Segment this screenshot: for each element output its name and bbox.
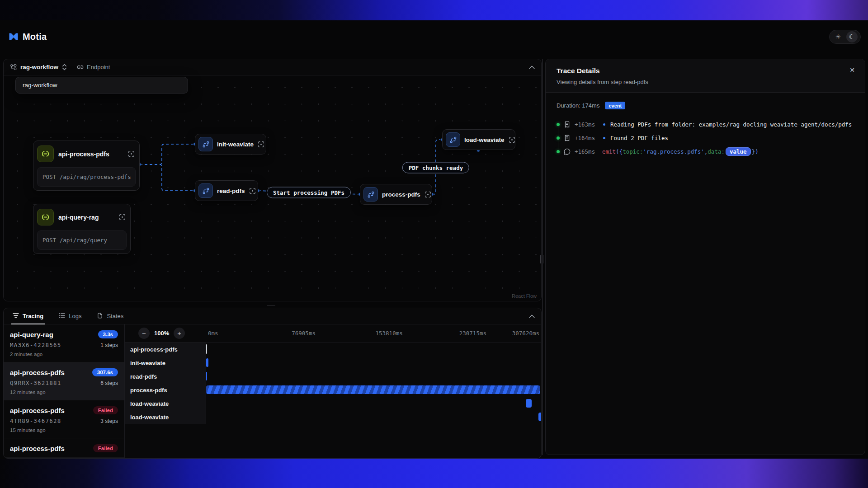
code-token: topic: [623, 148, 643, 155]
api-trigger-icon [37, 145, 54, 162]
horizontal-resize-handle[interactable] [267, 303, 275, 305]
wallpaper-glow-top [0, 0, 868, 21]
timeline-bar[interactable] [206, 372, 207, 380]
timeline-tick: 307620ms [512, 330, 539, 337]
focus-node-icon[interactable] [119, 214, 126, 221]
trace-status-badge: 3.3s [98, 330, 118, 338]
focus-node-icon[interactable] [258, 141, 264, 148]
edge-label: Start processing PDFs [267, 187, 351, 198]
collapse-canvas-button[interactable] [529, 66, 535, 69]
event-step-icon [198, 137, 213, 151]
light-mode-button[interactable]: ☀ [833, 31, 844, 42]
tab-tracing[interactable]: Tracing [13, 308, 43, 324]
flow-node-load-weaviate[interactable]: load-weaviate [442, 129, 515, 150]
chevron-up-down-icon [62, 64, 67, 70]
trace-id: Q9RRX-3621881 [10, 380, 61, 386]
timeline-row: read-pdfs [125, 370, 541, 383]
timeline-tick: 0ms [208, 330, 218, 337]
app-window: Motia ☀ ☾ rag-workflow Endpoint rag-wor [0, 20, 868, 459]
trace-log-row: +164msFound 2 PDF files [557, 131, 854, 145]
timeline-row-plot [206, 356, 541, 370]
tab-states[interactable]: States [97, 308, 123, 324]
chat-bubble-icon [564, 148, 571, 155]
timeline-row-label[interactable]: api-process-pdfs [125, 343, 206, 356]
trace-time-ago: 2 minutes ago [10, 352, 118, 357]
trace-item-header: api-process-pdfsFailed [10, 406, 118, 414]
timeline-bar[interactable] [526, 399, 532, 408]
trace-log-list: +163msReading PDFs from folder: examples… [557, 117, 854, 158]
trace-name: api-query-rag [10, 331, 53, 338]
trace-list-item[interactable]: api-process-pdfsFailed4TR89-34676283 ste… [4, 400, 124, 438]
focus-node-icon[interactable] [509, 136, 515, 143]
close-icon[interactable]: ✕ [849, 66, 855, 74]
vertical-resize-handle[interactable] [540, 255, 543, 263]
flow-node-read-pdfs[interactable]: read-pdfs [195, 180, 258, 201]
timeline-row-label[interactable]: read-pdfs [125, 370, 206, 383]
timeline-row-label[interactable]: process-pdfs [125, 383, 206, 397]
timeline-row-label[interactable]: init-weaviate [125, 356, 206, 370]
flow-node-api-process-pdfs[interactable]: api-process-pdfsPOST /api/rag/process-pd… [33, 141, 140, 191]
timeline-row-plot [206, 397, 541, 410]
chevron-up-icon [529, 314, 535, 318]
focus-node-icon[interactable] [128, 150, 135, 157]
tracing-icon [13, 313, 19, 320]
focus-node-icon[interactable] [425, 191, 431, 198]
focus-node-icon[interactable] [249, 188, 256, 194]
trace-list-item[interactable]: api-query-rag3.3sMA3X6-42285651 steps2 m… [4, 324, 124, 362]
trace-list-item[interactable]: api-process-pdfs307.6sQ9RRX-36218816 ste… [4, 362, 124, 400]
timeline: − 100% + 0ms76905ms153810ms230715ms30762… [125, 324, 541, 458]
timeline-row-label[interactable]: load-weaviate [125, 410, 206, 424]
timeline-row-label[interactable]: load-weaviate [125, 397, 206, 410]
trace-item-header: api-query-rag3.3s [10, 330, 118, 338]
edge-label: PDF chunks ready [402, 162, 469, 174]
flow-select[interactable]: rag-workflow [10, 64, 67, 70]
log-scroll-icon [564, 121, 571, 128]
timeline-row: init-weaviate [125, 356, 541, 370]
node-header: api-process-pdfs [37, 145, 136, 163]
tab-logs[interactable]: Logs [59, 308, 81, 324]
timeline-row: process-pdfs [125, 383, 541, 397]
flow-node-init-weaviate[interactable]: init-weaviate [195, 134, 266, 155]
code-token: }) [752, 148, 759, 155]
flow-node-process-pdfs[interactable]: process-pdfs [360, 184, 432, 205]
trace-details-body: Duration: 174ms event +163msReading PDFs… [546, 93, 865, 167]
collapse-bottom-button[interactable] [529, 314, 535, 318]
zoom-level: 100% [154, 330, 169, 337]
node-title: api-process-pdfs [58, 150, 123, 158]
timeline-bar[interactable] [538, 413, 542, 421]
log-time: +164ms [575, 135, 598, 141]
dark-mode-button[interactable]: ☾ [846, 31, 858, 42]
flow-dropdown-item[interactable]: rag-workflow [23, 82, 57, 89]
trace-item-meta: Q9RRX-36218816 steps [10, 376, 118, 386]
blue-dot-icon [603, 137, 605, 139]
node-title: load-weaviate [464, 136, 505, 143]
timeline-row: api-process-pdfs [125, 343, 541, 356]
timeline-bar[interactable] [206, 358, 208, 367]
flow-canvas[interactable]: rag-workflow React Flow api-process-pdfs… [4, 75, 541, 301]
timeline-bar[interactable] [206, 344, 207, 354]
brand-name: Motia [23, 32, 47, 42]
timeline-controls: − 100% + 0ms76905ms153810ms230715ms30762… [125, 324, 541, 343]
trace-status-badge: Failed [93, 406, 118, 414]
log-time: +163ms [575, 121, 598, 128]
app-header: Motia ☀ ☾ [0, 20, 868, 53]
trace-name: api-process-pdfs [10, 407, 65, 414]
theme-toggle[interactable]: ☀ ☾ [829, 30, 861, 44]
trace-item-meta: MA3X6-42285651 steps [10, 338, 118, 348]
success-dot-icon [557, 150, 560, 153]
flow-node-api-query-rag[interactable]: api-query-ragPOST /api/rag/query [33, 204, 131, 254]
trace-details-panel: Trace Details Viewing details from step … [545, 59, 865, 455]
trace-log-row: +165msemit({ topic: 'rag.process.pdfs', … [557, 145, 854, 158]
zoom-in-button[interactable]: + [174, 328, 185, 339]
bottom-tabs: TracingLogsStates [4, 308, 541, 324]
timeline-bar[interactable] [206, 385, 540, 394]
endpoint-label: Endpoint [87, 64, 110, 70]
workflow-panel: rag-workflow Endpoint rag-workflow [3, 59, 542, 301]
zoom-out-button[interactable]: − [138, 328, 150, 339]
trace-list: api-query-rag3.3sMA3X6-42285651 steps2 m… [4, 324, 125, 458]
link-icon [77, 64, 84, 70]
trace-list-item[interactable]: api-process-pdfsFailed [4, 438, 124, 458]
tab-endpoint[interactable]: Endpoint [77, 64, 110, 70]
trace-name: api-process-pdfs [10, 445, 65, 452]
timeline-row-plot [206, 343, 541, 356]
